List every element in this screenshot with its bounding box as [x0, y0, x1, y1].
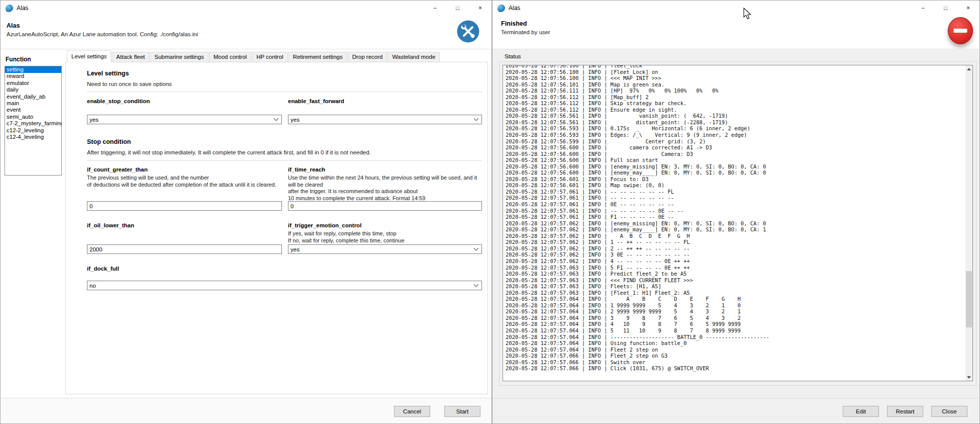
select-enable-stop-condition[interactable]: yes [87, 115, 282, 124]
run-status-subtitle: Terminated by user [501, 29, 550, 35]
log-line: 2020-05-28 12:07:56.593 | INFO | Edges: … [506, 132, 964, 138]
log-line: 2020-05-28 12:07:57.064 | INFO | Using f… [506, 340, 964, 347]
log-line: 2020-05-28 12:07:57.063 | INFO | Fleets:… [506, 283, 964, 290]
log-line: 2020-05-28 12:07:57.066 | INFO | Switch … [506, 359, 964, 366]
function-list-item[interactable]: c7-2_mystery_farming [5, 120, 61, 127]
divider [87, 92, 482, 92]
settings-tab[interactable]: Attack fleet [112, 52, 149, 62]
function-list-item[interactable]: setting [5, 66, 61, 73]
section-title-level-settings: Level settings [87, 70, 129, 77]
chevron-down-icon [474, 116, 479, 121]
log-line: 2020-05-28 12:07:56.112 | INFO | [Map_bu… [506, 94, 964, 101]
function-list-item[interactable]: semi_auto [5, 114, 61, 120]
divider [87, 160, 482, 161]
log-line: 2020-05-28 12:07:57.063 | INFO | 5 F1 --… [506, 265, 964, 271]
select-enable-fast-forward[interactable]: yes [288, 115, 482, 124]
maximize-button[interactable]: □ [446, 1, 469, 16]
window-title: Alas [509, 5, 520, 12]
log-line: 2020-05-28 12:07:57.064 | INFO | Fleet 2… [506, 347, 964, 353]
log-line: 2020-05-28 12:07:57.064 | INFO | 2 9999 … [506, 308, 964, 315]
field-help-if-time-reach: Use the time within the next 24 hours, t… [288, 175, 485, 202]
log-line: 2020-05-28 12:07:56.561 | INFO | vanish_… [506, 113, 964, 119]
function-list-item[interactable]: c12-4_leveling [5, 134, 61, 140]
select-value: no [89, 283, 474, 289]
settings-tabbar: Level settingsAttack fleetSubmarine sett… [67, 50, 440, 62]
scroll-down-arrow-icon[interactable] [965, 374, 972, 381]
run-status-title: Finished [501, 20, 527, 27]
settings-tab[interactable]: Retirement settings [288, 52, 347, 62]
edit-button[interactable]: Edit [843, 406, 879, 417]
field-label-if-trigger-emotion-control: if_trigger_emotion_control [288, 222, 361, 228]
titlebar[interactable]: Alas − □ × [1, 1, 492, 16]
close-window-button[interactable]: Close [931, 406, 967, 417]
log-line: 2020-05-28 12:07:56.100 | INFO | [Fleet_… [506, 69, 964, 75]
field-label-if-oil-lower-than: if_oil_lower_than [87, 222, 134, 228]
settings-tab[interactable]: Drop record [348, 52, 387, 62]
settings-tab[interactable]: Level settings [67, 50, 111, 62]
minimize-button[interactable]: − [912, 1, 934, 16]
log-line: 2020-05-28 12:07:57.062 | INFO | 3 0E --… [506, 251, 964, 258]
log-output[interactable]: 2020-05-28 12:07:56.100 | INFO | fleet_l… [503, 65, 973, 381]
log-line: 2020-05-28 12:07:57.062 | INFO | 2 -- ++… [506, 245, 964, 252]
log-line: 2020-05-28 12:07:57.064 | INFO | A B C D… [506, 296, 964, 302]
log-line: 2020-05-28 12:07:57.064 | INFO | 4 10 9 … [506, 321, 964, 327]
input-if-count-greater-than[interactable] [87, 201, 282, 211]
function-list-item[interactable]: main [5, 100, 61, 107]
function-list-item[interactable]: reward [5, 73, 61, 79]
log-line: 2020-05-28 12:07:57.064 | INFO | 5 11 10… [506, 327, 964, 334]
select-if-trigger-emotion-control[interactable]: yes [288, 244, 482, 254]
close-button[interactable]: × [957, 1, 979, 16]
function-list-item[interactable]: emulator [5, 80, 61, 87]
log-line: 2020-05-28 12:07:56.100 | INFO | fleet_l… [506, 65, 964, 69]
log-line: 2020-05-28 12:07:56.600 | INFO | [enemy_… [506, 169, 964, 176]
start-button[interactable]: Start [444, 406, 480, 417]
maximize-button[interactable]: □ [934, 1, 957, 16]
chevron-down-icon [274, 116, 279, 121]
log-line: 2020-05-28 12:07:57.063 | INFO | <<< FIN… [506, 277, 964, 284]
input-if-time-reach[interactable] [288, 201, 482, 211]
log-line: 2020-05-28 12:07:56.593 | INFO | 0.175s … [506, 125, 964, 132]
select-value: yes [89, 117, 274, 123]
log-line: 2020-05-28 12:07:57.061 | INFO | -- -- -… [506, 189, 964, 195]
log-line: 2020-05-28 12:07:56.600 | INFO | [enemy_… [506, 163, 964, 170]
log-line: 2020-05-28 12:07:57.061 | INFO | -- -- -… [506, 208, 964, 214]
log-line: 2020-05-28 12:07:56.599 | INFO | Center … [506, 138, 964, 145]
app-header-title: Alas [7, 22, 20, 29]
settings-tab[interactable]: Submarine settings [150, 52, 208, 62]
field-help-if-count-greater-than: The previous setting will be used, and t… [87, 175, 286, 188]
function-list-item[interactable]: event [5, 107, 61, 113]
chevron-down-icon [474, 246, 479, 251]
scrollbar-thumb[interactable] [966, 271, 972, 327]
desktop: Alas − □ × Alas AzurLaneAutoScript, An A… [0, 0, 980, 424]
function-list-item[interactable]: c12-2_leveling [5, 127, 61, 134]
titlebar[interactable]: Alas − □ × [493, 1, 979, 16]
select-if-dock-full[interactable]: no [87, 281, 482, 290]
select-value: yes [290, 246, 474, 252]
field-label-enable-stop-condition: enable_stop_condition [87, 98, 150, 104]
settings-tab[interactable]: HP control [252, 52, 287, 62]
restart-button[interactable]: Restart [887, 406, 923, 417]
log-line: 2020-05-28 12:07:57.061 | INFO | 0E -- -… [506, 201, 964, 208]
section-desc-level-settings: Need to run once to save options [87, 81, 172, 87]
input-if-oil-lower-than[interactable] [87, 244, 282, 254]
log-line: 2020-05-28 12:07:57.062 | INFO | A B C D… [506, 233, 964, 239]
log-line: 2020-05-28 12:07:57.063 | INFO | Predict… [506, 271, 964, 277]
log-line: 2020-05-28 12:07:56.601 | INFO | Map swi… [506, 182, 964, 189]
function-list[interactable]: settingrewardemulatordailyevent_daily_ab… [5, 66, 62, 176]
log-line: 2020-05-28 12:07:56.561 | INFO | distant… [506, 119, 964, 126]
log-line: 2020-05-28 12:07:57.063 | INFO | [Fleet_… [506, 290, 964, 296]
scroll-up-arrow-icon[interactable] [965, 65, 972, 72]
stop-icon-bar [954, 29, 967, 33]
log-scrollbar[interactable] [965, 65, 972, 381]
header-divider [1, 49, 492, 49]
settings-tab[interactable]: Wasteland mode [387, 52, 440, 62]
chevron-down-icon [474, 282, 479, 287]
settings-tab[interactable]: Mood control [209, 52, 251, 62]
minimize-button[interactable]: − [424, 1, 446, 16]
close-button[interactable]: × [469, 1, 492, 16]
section-title-stop-condition: Stop condition [87, 138, 131, 145]
function-list-item[interactable]: event_daily_ab [5, 94, 61, 100]
function-list-item[interactable]: daily [5, 87, 61, 93]
field-help-if-trigger-emotion-control: If yes, wait for reply, complete this ti… [288, 230, 485, 244]
cancel-button[interactable]: Cancel [394, 406, 430, 417]
